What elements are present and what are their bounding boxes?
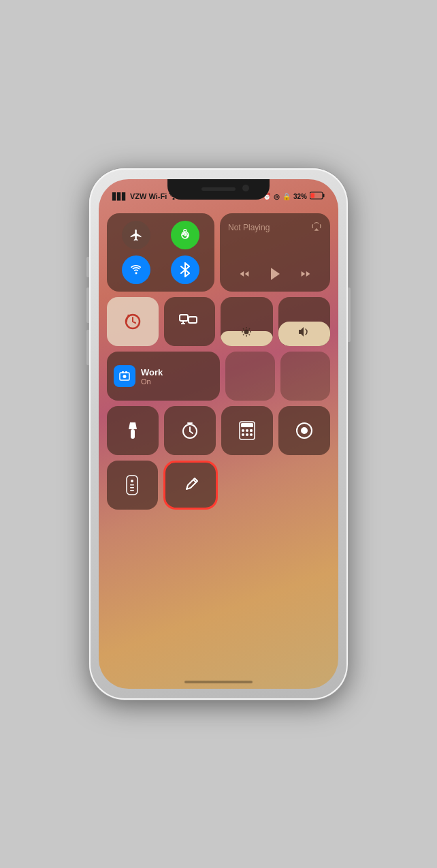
calculator-tile[interactable] bbox=[221, 406, 273, 455]
svg-rect-40 bbox=[130, 487, 134, 489]
screen-record-tile[interactable] bbox=[278, 406, 330, 455]
power-button bbox=[348, 288, 351, 342]
svg-point-20 bbox=[123, 375, 127, 378]
focus-icon bbox=[114, 365, 135, 387]
row-connectivity-media: Not Playing bbox=[107, 213, 330, 292]
play-button[interactable] bbox=[270, 267, 280, 283]
media-header: Not Playing bbox=[228, 221, 322, 233]
status-left: ▋▋▋ VZW Wi-Fi bbox=[112, 191, 178, 201]
battery-icon bbox=[310, 191, 325, 201]
svg-rect-41 bbox=[130, 490, 134, 491]
orientation-lock-tile[interactable] bbox=[107, 297, 159, 346]
volume-slider[interactable] bbox=[278, 297, 330, 346]
row-tools bbox=[107, 406, 330, 455]
extra-tile-1[interactable] bbox=[225, 352, 275, 401]
location-icon: ◎ bbox=[274, 193, 280, 200]
svg-rect-21 bbox=[122, 371, 124, 373]
airplane-mode-button[interactable] bbox=[122, 221, 150, 249]
brightness-slider[interactable] bbox=[221, 297, 272, 346]
volume-up-button bbox=[86, 288, 89, 323]
fast-forward-button[interactable] bbox=[299, 268, 312, 282]
phone-frame: ▋▋▋ VZW Wi-Fi ⏰ ◎ 🔒 32% bbox=[89, 168, 348, 700]
focus-sublabel: On bbox=[141, 377, 163, 386]
svg-point-30 bbox=[242, 433, 244, 436]
brightness-icon bbox=[241, 326, 252, 339]
svg-rect-39 bbox=[130, 484, 134, 486]
svg-point-31 bbox=[246, 433, 248, 436]
wifi-toggle-button[interactable] bbox=[122, 255, 150, 284]
silent-switch bbox=[86, 257, 89, 277]
volume-icon bbox=[298, 326, 310, 339]
svg-point-10 bbox=[244, 330, 249, 335]
empty-tile-4 bbox=[280, 461, 331, 510]
connectivity-tile[interactable] bbox=[107, 213, 214, 292]
rewind-button[interactable] bbox=[238, 268, 251, 282]
svg-line-16 bbox=[249, 335, 250, 336]
airplay-icon[interactable] bbox=[311, 221, 322, 233]
svg-line-15 bbox=[243, 328, 244, 330]
remote-tile[interactable] bbox=[107, 461, 158, 510]
extra-tile-2[interactable] bbox=[280, 352, 330, 401]
carrier-label: VZW Wi-Fi bbox=[130, 192, 167, 200]
svg-point-32 bbox=[250, 429, 253, 432]
battery-percent: 32% bbox=[293, 193, 307, 200]
svg-rect-2 bbox=[311, 193, 315, 198]
control-center: Not Playing bbox=[107, 213, 330, 662]
svg-rect-26 bbox=[241, 423, 253, 427]
svg-point-38 bbox=[131, 480, 133, 482]
svg-rect-6 bbox=[180, 315, 188, 321]
svg-line-18 bbox=[243, 335, 244, 336]
signal-bars: ▋▋▋ bbox=[112, 193, 127, 200]
notch bbox=[167, 179, 270, 200]
svg-rect-1 bbox=[323, 194, 325, 198]
svg-point-27 bbox=[242, 429, 244, 432]
focus-tile[interactable]: Work On bbox=[107, 352, 220, 401]
media-controls bbox=[228, 267, 322, 283]
home-indicator[interactable] bbox=[184, 681, 253, 683]
lock-icon: 🔒 bbox=[282, 193, 291, 200]
media-tile[interactable]: Not Playing bbox=[220, 213, 330, 292]
flashlight-tile[interactable] bbox=[107, 406, 159, 455]
cellular-button[interactable] bbox=[171, 221, 199, 249]
svg-rect-22 bbox=[125, 371, 127, 373]
timer-tile[interactable] bbox=[164, 406, 216, 455]
row-small-tiles bbox=[107, 297, 330, 346]
volume-down-button bbox=[86, 330, 89, 365]
bluetooth-button[interactable] bbox=[171, 255, 199, 284]
empty-tile-3 bbox=[223, 461, 274, 510]
focus-text: Work On bbox=[141, 367, 163, 386]
row-focus: Work On bbox=[107, 352, 330, 401]
status-right: ⏰ ◎ 🔒 32% bbox=[263, 191, 325, 201]
phone-screen: ▋▋▋ VZW Wi-Fi ⏰ ◎ 🔒 32% bbox=[99, 179, 338, 689]
svg-rect-23 bbox=[131, 429, 135, 439]
svg-point-28 bbox=[246, 429, 248, 432]
screen-mirror-tile[interactable] bbox=[164, 297, 216, 346]
svg-point-36 bbox=[301, 427, 308, 434]
svg-point-4 bbox=[184, 234, 186, 236]
svg-line-17 bbox=[249, 328, 250, 330]
speaker bbox=[201, 187, 236, 191]
svg-rect-7 bbox=[189, 317, 197, 323]
focus-label: Work bbox=[141, 367, 163, 377]
row-extras bbox=[107, 461, 330, 510]
now-playing-label: Not Playing bbox=[228, 223, 270, 232]
camera bbox=[242, 185, 249, 191]
svg-point-33 bbox=[250, 433, 253, 436]
markup-tile[interactable] bbox=[163, 461, 218, 510]
